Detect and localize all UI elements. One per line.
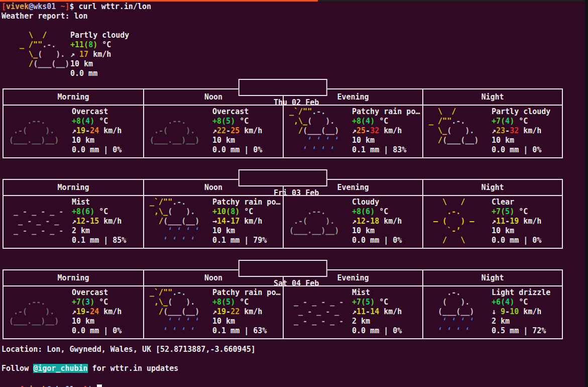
terminal-text-line: /(___(__)	[145, 307, 199, 317]
terminal-text-line: Mist	[72, 198, 126, 207]
terminal-text-line: 10 km	[212, 226, 280, 236]
weather-art: \ / _ /"".-. \_( ). /(___(__)	[424, 107, 479, 155]
weather-art: .-. ( ). (___(__) ‘ ‘ ‘ ‘ ‘ ‘ ‘ ‘	[424, 288, 474, 336]
terminal-text-line: Light drizzle	[492, 288, 550, 298]
window-focus-accent	[0, 0, 318, 2]
terminal-text-line: .--.	[5, 298, 59, 307]
terminal-text-line: \ /	[424, 198, 474, 207]
terminal-text-line: _`/"".-.	[145, 288, 199, 298]
window-right-edge	[585, 0, 588, 387]
terminal-text-line: ‘ ‘ ‘ ‘	[285, 145, 339, 155]
terminal-text-line: ↗11-19 km/h	[492, 217, 541, 226]
weather-info: Overcast+8(4) °C↗19-24 km/h10 km0.0 mm |…	[72, 107, 122, 155]
date-label: Thu 02 Feb	[274, 98, 319, 107]
terminal-text-line: 0.0 mm | 0%	[492, 145, 550, 155]
terminal-text-line: ‘ ‘ ‘ ‘	[285, 136, 339, 145]
date-box: Fri 03 Feb	[239, 169, 327, 186]
forecast-cell-night: \ / _ /"".-. \_( ). /(___(__) Partly clo…	[422, 106, 562, 157]
weather-info: Light drizzle+6(4) °C↓ 9-10 km/h2 km0.5 …	[492, 288, 550, 336]
terminal-text-line: _ - _ - _ -	[5, 226, 63, 236]
prompt-text: [vivek@wks01 ~]$	[20, 385, 97, 387]
current-weather-art: \ / _ /"".-. \_( ). /(___(__)	[15, 31, 69, 78]
column-header-night: Night	[422, 180, 562, 195]
forecast-table-fri: Fri 03 Feb Morning Noon Evening Night _ …	[3, 179, 563, 249]
terminal-text-line: ‘ ‘ ‘ ‘	[145, 236, 199, 245]
terminal-text-line: +8(6) °C	[72, 207, 126, 217]
terminal-text-line: ‘ ‘ ‘ ‘	[145, 226, 199, 236]
terminal-text-line: Overcast	[72, 288, 122, 298]
terminal-text-line: ↗23-32 km/h	[492, 126, 550, 136]
forecast-cell-morning: .--. .-( ). (___.__)__) Overcast+7(3) °C…	[4, 286, 143, 338]
terminal-text-line	[285, 236, 339, 245]
terminal-text-line: _ - _ - _	[285, 307, 343, 317]
terminal-text-line: _ - _ - _ -	[285, 317, 343, 326]
terminal-text-line: ↓ 9-10 km/h	[492, 307, 550, 317]
terminal-text-line: .-.	[424, 288, 474, 298]
column-header-morning: Morning	[4, 270, 143, 285]
terminal-text-line	[5, 236, 63, 245]
terminal-text-line: +8(4) °C	[72, 117, 122, 126]
terminal-text-line: Patchy rain po…	[352, 107, 420, 117]
terminal-text-line: /(___(__)	[145, 217, 199, 226]
terminal-text-line: 0.0 mm | 0%	[492, 236, 541, 245]
terminal-text-line: (___.__)__)	[285, 226, 339, 236]
terminal-text-line: +8(6) °C	[352, 207, 402, 217]
terminal-text-line: .-.	[424, 207, 474, 217]
terminal-text-line: (___.__)__)	[145, 136, 199, 145]
weather-info: Overcast+7(3) °C↗19-24 km/h10 km0.0 mm |…	[72, 288, 122, 336]
terminal-text-line: ‘ ‘ ‘ ‘	[145, 317, 199, 326]
terminal-text-line: ,\_( ).	[285, 117, 339, 126]
weather-info: Partly cloudy+7(4) °C↗23-32 km/h10 km0.0…	[492, 107, 550, 155]
terminal-text-line: ,\_( ).	[145, 298, 199, 307]
terminal-text-line: ↗19-24 km/h	[72, 307, 122, 317]
terminal-text-line: ↗19-24 km/h	[72, 126, 122, 136]
forecast-table-sat: Sat 04 Feb Morning Noon Evening Night .-…	[3, 269, 563, 339]
weather-art: _`/"".-. ,\_( ). /(___(__) ‘ ‘ ‘ ‘ ‘ ‘ ‘…	[285, 107, 339, 155]
terminal-text-line: 0.1 mm | 85%	[72, 236, 126, 245]
terminal-text-line	[5, 326, 59, 336]
table-body-row: _ - _ - _ - _ - _ - _ _ - _ - _ - Mist+8…	[4, 196, 562, 248]
terminal-text-line: ‘ ‘ ‘ ‘	[424, 326, 474, 336]
terminal-text-line: Mist	[352, 288, 402, 298]
terminal-text-line: .--.	[5, 117, 59, 126]
shell-prompt-bottom[interactable]: [vivek@wks01 ~]$	[2, 373, 102, 383]
terminal-text-line	[5, 288, 59, 298]
terminal-text-line	[285, 326, 343, 336]
terminal-text-line	[424, 145, 479, 155]
terminal-text-line: .-( ).	[145, 126, 199, 136]
weather-art: _`/"".-. ,\_( ). /(___(__) ‘ ‘ ‘ ‘ ‘ ‘ ‘…	[145, 288, 199, 336]
terminal-text-line: 10 km	[212, 317, 280, 326]
terminal-text-line: /(___(__)	[285, 126, 339, 136]
terminal-text-line: .-( ).	[285, 217, 339, 226]
terminal-text-line: 0.0 mm | 0%	[72, 145, 122, 155]
column-header-morning: Morning	[4, 89, 143, 105]
weather-art: .--. .-( ). (___.__)__)	[285, 198, 339, 245]
terminal-text-line: _ - _ - _ -	[285, 298, 343, 307]
terminal-text-line: \ /	[15, 31, 69, 40]
column-header-night: Night	[422, 270, 562, 285]
shell-prompt-top[interactable]: [vivek@wks01 ~]$ curl wttr.in/lon	[2, 2, 151, 12]
terminal-text-line: / \	[424, 236, 474, 245]
terminal-text-line	[145, 107, 199, 117]
current-weather-info: Partly cloudy+11(8) °C↗ 17 km/h10 km0.0 …	[70, 31, 129, 78]
terminal-text-line: (___(__)	[424, 307, 474, 317]
date-label: Sat 04 Feb	[274, 279, 319, 288]
terminal-text-line: →14-17 km/h	[212, 217, 280, 226]
terminal-text-line: ↗25-32 km/h	[352, 126, 420, 136]
terminal-text-line: .-( ).	[5, 126, 59, 136]
terminal-text-line: `-’	[424, 226, 474, 236]
forecast-cell-morning: .--. .-( ). (___.__)__) Overcast+8(4) °C…	[4, 106, 143, 157]
terminal-text-line: 0.0 mm	[70, 69, 129, 78]
window-top-edge	[0, 0, 588, 2]
terminal-text-line: 0.0 mm | 0%	[352, 236, 402, 245]
terminal-text-line: 0.1 mm | 83%	[352, 145, 420, 155]
terminal-text-line: +8(4) °C	[352, 117, 420, 126]
terminal-text-line	[15, 69, 69, 78]
terminal-text-line: +6(4) °C	[492, 298, 550, 307]
terminal-cursor[interactable]	[97, 384, 102, 387]
forecast-table-thu: Thu 02 Feb Morning Noon Evening Night .-…	[3, 88, 563, 158]
terminal-text-line: /(___(__)	[424, 136, 479, 145]
terminal-text-line: ( ).	[424, 298, 474, 307]
terminal-text-line: ↗19-22 km/h	[212, 307, 280, 317]
terminal-text-line: ↗22-25 km/h	[212, 126, 262, 136]
